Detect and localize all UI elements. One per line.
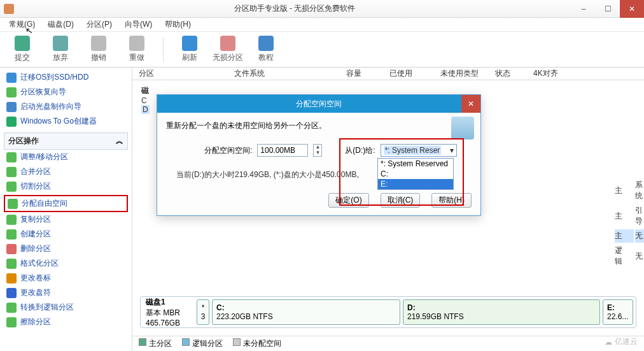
- menu-wizard[interactable]: 向导(W): [120, 18, 157, 31]
- op-create[interactable]: 创建分区: [4, 227, 128, 241]
- tool-commit-label: 提交: [15, 52, 30, 63]
- close-button[interactable]: ✕: [620, 0, 644, 18]
- field-allocate-label: 分配空闲空间:: [204, 145, 252, 156]
- partition-c[interactable]: C: 223.20GB NTFS: [212, 299, 400, 325]
- cell: 无: [635, 244, 644, 268]
- partition-star[interactable]: * 3: [197, 299, 209, 325]
- minimize-button[interactable]: –: [571, 0, 596, 18]
- row-d-stub[interactable]: D: [141, 105, 150, 114]
- dialog-description: 重新分配一个盘的未使用空间给另外一个分区。: [166, 120, 472, 131]
- col-filesystem[interactable]: 文件系统: [234, 68, 311, 79]
- disk-stub: 磁: [141, 86, 149, 95]
- cell: 逻辑: [615, 244, 634, 268]
- tool-refresh[interactable]: 刷新: [174, 36, 206, 63]
- wizard-wintogo[interactable]: Windows To Go创建器: [4, 114, 128, 129]
- dialog-titlebar[interactable]: 分配空闲空间 ✕: [157, 95, 480, 113]
- tool-undo-label: 撤销: [91, 52, 106, 63]
- window-title: 分区助手专业版 - 无损分区免费软件: [18, 3, 571, 14]
- dialog-allocate-free: 分配空闲空间 ✕ 重新分配一个盘的未使用空间给另外一个分区。 分配空闲空间: ▲…: [157, 94, 481, 216]
- disk-name: 磁盘1: [146, 297, 194, 308]
- sidebar-item-label: 分区恢复向导: [20, 87, 66, 97]
- tool-discard-label: 放弃: [53, 52, 68, 63]
- partition-d[interactable]: D: 219.59GB NTFS: [403, 299, 600, 325]
- tool-lossless-label: 无损分区: [213, 52, 243, 63]
- menu-partition[interactable]: 分区(P): [81, 18, 117, 31]
- partition-star-label: *: [202, 303, 205, 312]
- op-allocate-free[interactable]: 分配自由空间: [5, 196, 127, 211]
- tool-redo-label: 重做: [129, 52, 144, 63]
- op-copy[interactable]: 复制分区: [4, 212, 128, 227]
- sidebar-item-label: Windows To Go创建器: [20, 116, 97, 127]
- col-4k[interactable]: 4K对齐: [533, 68, 571, 79]
- op-letter[interactable]: 更改盘符: [4, 285, 128, 300]
- cell: 主: [615, 204, 634, 228]
- disk-sub: 基本 MBR: [146, 308, 194, 319]
- legend-primary: 主分区: [149, 339, 172, 348]
- disk-strip: 磁盘1 基本 MBR 465.76GB * 3 C: 223.20GB NTFS…: [140, 296, 636, 328]
- sidebar-item-label: 迁移OS到SSD/HDD: [20, 72, 88, 83]
- tool-tutorial[interactable]: 教程: [250, 36, 282, 63]
- column-headers: 分区 文件系统 容量 已使用 未使用 类型 状态 4K对齐: [132, 68, 644, 80]
- col-used[interactable]: 已使用: [361, 68, 412, 79]
- legend-unalloc-swatch: [233, 338, 241, 346]
- legend-primary-swatch: [139, 338, 146, 346]
- panel-title: 分区操作: [8, 136, 39, 147]
- op-convert-logical[interactable]: 转换到逻辑分区: [4, 300, 128, 315]
- sidebar-item-label: 更改盘符: [20, 287, 51, 298]
- tool-redo[interactable]: 重做: [121, 36, 153, 63]
- partition-d-size: 219.59GB NTFS: [407, 312, 596, 321]
- panel-partition-ops[interactable]: 分区操作 ︽: [4, 133, 128, 150]
- tool-tutorial-label: 教程: [258, 52, 274, 63]
- sidebar-item-label: 转换到逻辑分区: [20, 302, 74, 313]
- op-resize[interactable]: 调整/移动分区: [4, 150, 128, 164]
- right-columns: 主系统是 主引导 主无是 逻辑无: [613, 177, 644, 269]
- col-type[interactable]: 类型: [463, 68, 495, 79]
- op-label[interactable]: 更改卷标: [4, 271, 128, 285]
- col-unused[interactable]: 未使用: [412, 68, 463, 79]
- tool-commit[interactable]: 提交: [6, 36, 38, 63]
- maximize-button[interactable]: ☐: [596, 0, 620, 18]
- annotation-highlight: [339, 138, 464, 206]
- sidebar-item-label: 合并分区: [20, 166, 51, 177]
- dialog-title: 分配空闲空间: [296, 99, 342, 110]
- sidebar-item-label: 切割分区: [20, 181, 51, 192]
- allocate-size-input[interactable]: [257, 144, 308, 157]
- watermark: ☁ 亿速云: [605, 336, 638, 347]
- sidebar-item-label: 更改卷标: [20, 273, 51, 283]
- partition-e-label: E:: [607, 303, 629, 312]
- col-capacity[interactable]: 容量: [311, 68, 361, 79]
- tool-discard[interactable]: 放弃: [45, 36, 76, 63]
- tool-refresh-label: 刷新: [182, 52, 197, 63]
- sidebar-item-label: 复制分区: [20, 214, 51, 225]
- wizard-bootdisk[interactable]: 启动光盘制作向导: [4, 99, 128, 114]
- op-delete[interactable]: 删除分区: [4, 241, 128, 256]
- op-split[interactable]: 切割分区: [4, 179, 128, 194]
- tool-undo[interactable]: 撤销: [83, 36, 115, 63]
- dialog-close-button[interactable]: ✕: [461, 95, 480, 113]
- sidebar-item-label: 调整/移动分区: [20, 152, 68, 162]
- col-status[interactable]: 状态: [495, 68, 533, 79]
- wizard-migrate-os[interactable]: 迁移OS到SSD/HDD: [4, 70, 128, 85]
- op-wipe[interactable]: 擦除分区: [4, 315, 128, 329]
- toolbar-sep: [163, 37, 164, 62]
- cell: 主: [615, 178, 634, 203]
- op-format[interactable]: 格式化分区: [4, 256, 128, 271]
- partition-e[interactable]: E: 22.6...: [603, 299, 633, 325]
- col-partition[interactable]: 分区: [139, 68, 234, 79]
- menu-help[interactable]: 帮助(H): [160, 18, 196, 31]
- cell[interactable]: 主: [615, 229, 634, 243]
- menu-disk[interactable]: 磁盘(D): [43, 18, 79, 31]
- menubar: 常规(G) 磁盘(D) 分区(P) 向导(W) 帮助(H): [0, 18, 644, 32]
- cloud-icon: ☁: [605, 338, 612, 347]
- cell[interactable]: 无: [635, 229, 644, 243]
- size-spinner[interactable]: ▲▼: [313, 144, 322, 157]
- tool-lossless[interactable]: 无损分区: [212, 36, 244, 63]
- wizard-recover[interactable]: 分区恢复向导: [4, 85, 128, 99]
- cell: 系统: [635, 178, 644, 203]
- disk-size: 465.76GB: [146, 319, 194, 327]
- partition-c-size: 223.20GB NTFS: [216, 312, 396, 321]
- menu-general[interactable]: 常规(G): [4, 18, 40, 31]
- sidebar-item-label: 擦除分区: [20, 317, 51, 327]
- op-merge[interactable]: 合并分区: [4, 164, 128, 179]
- chevron-up-icon: ︽: [116, 136, 123, 147]
